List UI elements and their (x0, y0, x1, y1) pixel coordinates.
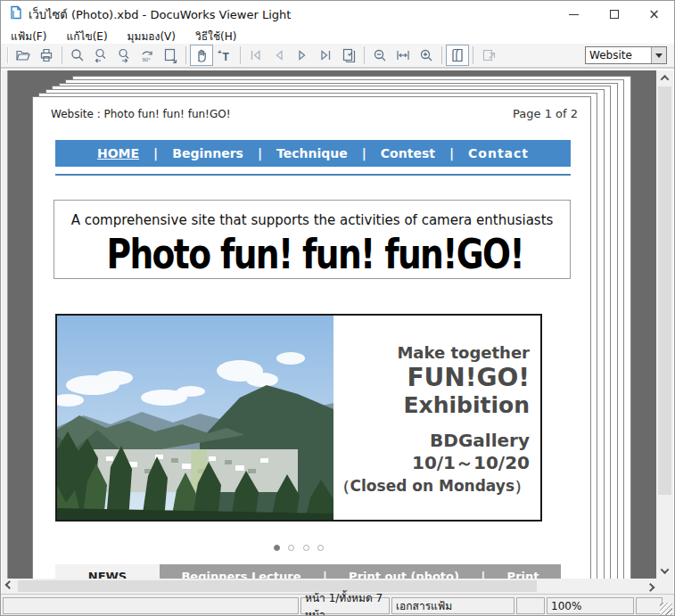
toolbar-separator (473, 46, 473, 64)
feature-note: （Closed on Mondays） (333, 474, 530, 497)
status-doc-type: เอกสารแฟ้ม (391, 597, 514, 614)
last-page-button[interactable] (314, 45, 337, 66)
maximize-icon (610, 10, 619, 19)
scroll-up-button[interactable] (656, 70, 673, 86)
tab-beginners-lecture[interactable]: Beginners Lecture (181, 570, 300, 579)
page-number-label: Page 1 of 2 (513, 107, 578, 120)
toolbar-gripper (7, 47, 9, 63)
print-icon (38, 47, 54, 63)
tab-print[interactable]: Print (507, 570, 539, 579)
hand-tool-button[interactable] (190, 45, 213, 66)
add-text-icon: +T (217, 47, 233, 63)
next-view-button[interactable] (112, 45, 136, 66)
feature-line-2: FUN!GO! (333, 364, 530, 392)
toolbar-separator (364, 46, 365, 64)
maximize-button[interactable] (594, 1, 634, 28)
title-bar: เว็บไซต์ (Photo).xbd - DocuWorks Viewer … (1, 1, 674, 28)
close-button[interactable]: × (634, 1, 674, 28)
resize-grip[interactable] (660, 603, 672, 615)
scroll-down-button[interactable] (656, 563, 673, 579)
nav-separator: | (449, 146, 454, 160)
svg-text:+: + (218, 48, 222, 56)
toolbar-separator (62, 46, 62, 64)
menu-edit[interactable]: แก้ไข(E) (56, 28, 117, 44)
combobox-dropdown-button[interactable] (651, 47, 666, 63)
menu-file[interactable]: แฟ้ม(F) (1, 28, 56, 44)
horizontal-scroll-thumb[interactable] (18, 580, 537, 592)
last-page-icon (317, 47, 333, 63)
docuworks-viewer-window: เว็บไซต์ (Photo).xbd - DocuWorks Viewer … (0, 0, 675, 616)
document-workspace: Website : Photo fun! fun! fun!GO! Page 1… (2, 70, 658, 579)
rotate-90-button[interactable]: 90° (136, 45, 159, 66)
section-tabs: NEWS Beginners Lecture | Print out (phot… (55, 564, 561, 579)
feature-line-1: Make together (333, 342, 530, 364)
vertical-scroll-thumb[interactable] (658, 86, 671, 495)
nav-contest[interactable]: Contest (381, 146, 435, 160)
zoom-in-icon (418, 47, 434, 63)
nav-separator: | (153, 146, 158, 160)
minimize-button[interactable] (554, 1, 594, 28)
scrollbar-corner (656, 579, 673, 594)
page-list-button[interactable] (337, 45, 360, 66)
status-bar: หน้า 1/ทั้งหมด 7 หน้า เอกสารแฟ้ม 100% (1, 594, 674, 616)
nav-contact[interactable]: Contact (468, 146, 529, 160)
feature-dates: 10/1～10/20 (333, 452, 530, 474)
chevron-down-icon (661, 565, 670, 574)
open-icon (15, 47, 31, 63)
document-header: Website : Photo fun! fun! fun!GO! Page 1… (51, 107, 578, 120)
previous-page-button[interactable] (268, 45, 291, 66)
site-tagline: A comprehensive site that supports the a… (54, 212, 570, 228)
page-turn-icon (449, 47, 465, 63)
nav-technique[interactable]: Technique (276, 146, 348, 160)
print-button[interactable] (35, 45, 58, 66)
zoom-select-button[interactable] (66, 45, 89, 66)
chevron-left-icon (5, 580, 14, 589)
chevron-down-icon (655, 53, 663, 58)
nav-beginners[interactable]: Beginners (172, 146, 243, 160)
nav-home[interactable]: HOME (97, 146, 139, 160)
tab-strip: Beginners Lecture | Print out (photo) | … (160, 564, 561, 579)
add-text-button[interactable]: +T (213, 45, 236, 66)
toolbar-separator (441, 46, 442, 64)
site-navigation: HOME | Beginners | Technique | Contest |… (55, 140, 571, 167)
carousel-dot (288, 545, 294, 551)
svg-text:90°: 90° (143, 57, 152, 62)
page-turn-button[interactable] (446, 45, 469, 66)
status-panel-small (516, 597, 545, 614)
tab-news[interactable]: NEWS (55, 564, 160, 579)
tab-print-out[interactable]: Print out (photo) (349, 570, 459, 579)
send-to-editor-icon (481, 47, 497, 63)
magnifier-icon (70, 47, 86, 63)
chevron-right-icon (646, 583, 655, 592)
carousel-dot (303, 545, 309, 551)
tab-separator: | (323, 570, 327, 579)
rotate-90-icon: 90° (139, 47, 155, 63)
next-page-button[interactable] (291, 45, 314, 66)
svg-text:T: T (223, 51, 230, 63)
toolbar: 90° +T (1, 44, 674, 69)
fit-page-button[interactable] (159, 45, 182, 66)
next-page-icon (294, 47, 310, 63)
magnifier-forward-icon (116, 47, 132, 63)
menu-view[interactable]: มุมมอง(V) (118, 28, 185, 44)
open-button[interactable] (12, 45, 35, 66)
scroll-left-button[interactable] (2, 579, 17, 594)
status-page-info: หน้า 1/ทั้งหมด 7 หน้า (300, 597, 390, 614)
vertical-scrollbar[interactable] (656, 70, 673, 579)
menu-help[interactable]: วิธีใช้(H) (185, 28, 246, 44)
zoom-out-icon (372, 47, 388, 63)
fit-width-button[interactable] (391, 45, 415, 66)
send-to-editor-button[interactable] (477, 45, 500, 66)
first-page-button[interactable] (244, 45, 268, 66)
zoom-in-button[interactable] (415, 45, 438, 66)
carousel-dot (317, 545, 324, 551)
status-panel-empty (3, 597, 299, 614)
zoom-out-button[interactable] (368, 45, 391, 66)
mountain-valley-photo (57, 316, 333, 520)
status-panel-right (636, 597, 663, 614)
plugin-combobox[interactable]: Website (585, 46, 667, 64)
site-title-box: A comprehensive site that supports the a… (54, 200, 571, 279)
menu-bar: แฟ้ม(F) แก้ไข(E) มุมมอง(V) วิธีใช้(H) (1, 28, 674, 44)
nav-underline (55, 174, 571, 176)
previous-view-button[interactable] (89, 45, 112, 66)
